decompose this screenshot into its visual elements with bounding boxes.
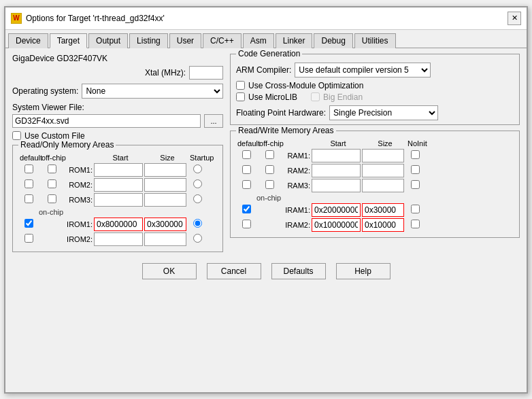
- rom2-default-cb[interactable]: [24, 179, 33, 188]
- rom2-size[interactable]: [144, 178, 186, 192]
- tab-user[interactable]: User: [169, 33, 201, 48]
- tab-listing[interactable]: Listing: [129, 33, 168, 48]
- xtal-label: Xtal (MHz):: [145, 68, 186, 77]
- rom-hdr-startup: Startup: [190, 154, 209, 162]
- iram2-noinit[interactable]: [411, 220, 420, 228]
- rom3-offchip-cb[interactable]: [48, 194, 56, 203]
- ram2-size[interactable]: [362, 164, 404, 177]
- tab-device[interactable]: Device: [8, 33, 48, 48]
- rom2-offchip-cb[interactable]: [48, 179, 56, 188]
- tab-output[interactable]: Output: [88, 33, 128, 48]
- ram2-start[interactable]: [312, 164, 361, 177]
- arm-compiler-select[interactable]: Use default compiler version 5: [295, 63, 431, 77]
- rom-group-title: Read/Only Memory Areas: [18, 140, 116, 150]
- ram1-offchip-cb[interactable]: [265, 150, 274, 159]
- microlib-row: Use MicroLIB: [236, 92, 297, 102]
- rom1-size[interactable]: [144, 163, 186, 177]
- ram-group: Read/Write Memory Areas default off-chip…: [230, 131, 520, 238]
- irom1-start[interactable]: [94, 218, 143, 231]
- svd-browse-button[interactable]: ...: [204, 114, 223, 128]
- iram1-size[interactable]: [362, 203, 404, 217]
- iram1-noinit[interactable]: [411, 205, 420, 213]
- help-button[interactable]: Help: [336, 263, 390, 279]
- arm-compiler-label: ARM Compiler:: [236, 65, 291, 75]
- big-endian-label: Big Endian: [323, 92, 363, 102]
- irom2-start[interactable]: [94, 232, 143, 246]
- rom3-default-cb[interactable]: [24, 194, 33, 203]
- ram2-offchip-cb[interactable]: [265, 165, 274, 174]
- rom3-start[interactable]: [94, 193, 143, 207]
- xtal-input[interactable]: [189, 66, 223, 80]
- microlib-cb[interactable]: [236, 92, 245, 101]
- rom-offchip-row-3: ROM3:: [18, 193, 217, 207]
- rom1-offchip-cb[interactable]: [48, 164, 56, 173]
- main-content: GigaDevice GD32F407VK Xtal (MHz): Operat…: [5, 48, 527, 289]
- iram2-default-cb[interactable]: [242, 220, 251, 228]
- cancel-button[interactable]: Cancel: [207, 263, 261, 279]
- tab-utilities[interactable]: Utilities: [354, 33, 396, 48]
- irom1-startup[interactable]: [193, 219, 202, 228]
- rom2-label: ROM2:: [65, 181, 93, 189]
- rom-offchip-row-2: ROM2:: [18, 178, 217, 192]
- tab-asm[interactable]: Asm: [243, 33, 274, 48]
- irom1-label: IROM1:: [65, 220, 93, 228]
- irom1-default-cb[interactable]: [24, 219, 33, 228]
- rom2-startup[interactable]: [193, 179, 202, 188]
- ram3-start[interactable]: [312, 179, 361, 192]
- iram1-default-cb[interactable]: [242, 205, 251, 213]
- rom1-start[interactable]: [94, 163, 143, 177]
- fp-select[interactable]: Single Precision: [329, 105, 438, 120]
- rom1-default-cb[interactable]: [24, 164, 33, 173]
- cross-module-cb[interactable]: [236, 81, 245, 90]
- ram-offchip-row-1: RAM1:: [236, 149, 514, 162]
- ram3-size[interactable]: [362, 179, 404, 192]
- ram1-start[interactable]: [312, 149, 361, 162]
- irom2-label: IROM2:: [65, 235, 93, 243]
- ram1-label: RAM1:: [283, 152, 310, 160]
- rom3-size[interactable]: [144, 193, 186, 207]
- rom-hdr-default: default: [20, 154, 40, 162]
- rom3-startup[interactable]: [193, 194, 202, 203]
- irom2-startup[interactable]: [193, 234, 202, 243]
- ram-hdr-size: Size: [364, 139, 406, 148]
- os-select[interactable]: None: [82, 84, 223, 99]
- ram3-default-cb[interactable]: [242, 180, 251, 189]
- ram-offchip-row-3: RAM3:: [236, 179, 514, 192]
- big-endian-cb[interactable]: [311, 92, 320, 101]
- tab-cpp[interactable]: C/C++: [203, 33, 242, 48]
- ram3-noinit[interactable]: [411, 180, 420, 189]
- tab-debug[interactable]: Debug: [314, 33, 352, 48]
- iram1-start[interactable]: [312, 203, 361, 217]
- irom2-default-cb[interactable]: [24, 234, 33, 243]
- rom2-start[interactable]: [94, 178, 143, 192]
- ram-group-title: Read/Write Memory Areas: [236, 126, 336, 135]
- dialog-title: Options for Target 'rt-thread_gd32f4xx': [26, 14, 165, 23]
- titlebar-left: W Options for Target 'rt-thread_gd32f4xx…: [11, 13, 165, 24]
- ok-button[interactable]: OK: [142, 263, 197, 279]
- rom1-startup[interactable]: [193, 164, 202, 173]
- defaults-button[interactable]: Defaults: [271, 263, 326, 279]
- tab-target[interactable]: Target: [50, 33, 87, 48]
- iram2-start[interactable]: [312, 218, 361, 232]
- svd-input[interactable]: [12, 114, 201, 128]
- ram3-offchip-cb[interactable]: [265, 180, 274, 189]
- ram1-noinit[interactable]: [411, 150, 420, 159]
- ram2-default-cb[interactable]: [242, 165, 251, 174]
- irom2-size[interactable]: [144, 232, 186, 246]
- os-label: Operating system:: [12, 86, 78, 96]
- ram1-default-cb[interactable]: [242, 150, 251, 159]
- tab-linker[interactable]: Linker: [276, 33, 313, 48]
- big-endian-row: Big Endian: [311, 92, 363, 102]
- irom1-size[interactable]: [144, 218, 186, 231]
- ram2-label: RAM2:: [283, 167, 310, 175]
- main-row: GigaDevice GD32F407VK Xtal (MHz): Operat…: [12, 54, 520, 258]
- rom-headers: default off-chip Start Size Startup: [18, 154, 217, 162]
- ram1-size[interactable]: [362, 149, 404, 162]
- ram-hdr-spacer: [285, 139, 312, 148]
- device-name: GigaDevice GD32F407VK: [12, 54, 223, 63]
- ram2-noinit[interactable]: [411, 165, 420, 174]
- iram2-size[interactable]: [362, 218, 404, 232]
- use-custom-checkbox[interactable]: [12, 131, 21, 140]
- titlebar: W Options for Target 'rt-thread_gd32f4xx…: [5, 7, 527, 30]
- close-button[interactable]: ✕: [508, 12, 521, 25]
